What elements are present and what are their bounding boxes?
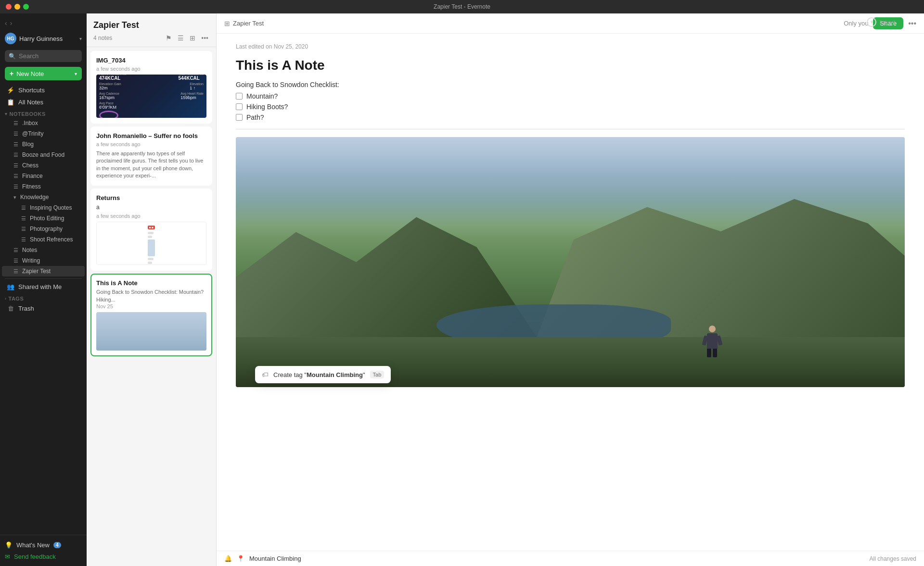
card-thumbnail: [96, 312, 206, 351]
insert-icon: +: [867, 17, 876, 27]
more-options-button[interactable]: •••: [908, 19, 916, 28]
note-card-img7034[interactable]: IMG_7034 a few seconds ago Active Kiloca…: [90, 51, 212, 124]
card-image: Active Kilocalories 474KCAL Total Kiloca…: [96, 75, 206, 118]
notebook-icon: ☰: [13, 131, 18, 137]
more-options-button[interactable]: •••: [200, 33, 209, 43]
notebook-blog[interactable]: ☰ Blog: [2, 139, 85, 150]
notebook-label: Chess: [22, 162, 38, 169]
notebook-icon: ☰: [21, 226, 26, 232]
notebook-zapier-test[interactable]: ☰ Zapier Test: [2, 266, 85, 277]
notebook-label: Knowledge: [20, 194, 49, 201]
notebook-trinity[interactable]: ☰ @Trinity: [2, 128, 85, 139]
search-icon: 🔍: [9, 53, 16, 60]
notebook-finance[interactable]: ☰ Finance: [2, 171, 85, 181]
card-title: IMG_7034: [96, 57, 206, 64]
tag-suggestion-popup[interactable]: 🏷 Create tag "Mountain Climbing" Tab: [255, 366, 391, 383]
note-list-meta: 4 notes ⚑ ☰ ⊞ •••: [93, 33, 209, 43]
whats-new-item[interactable]: 💡 What's New 4: [5, 539, 82, 551]
sort-button[interactable]: ☰: [177, 33, 185, 43]
chevron-right-icon: ▾: [13, 194, 16, 201]
doc-badge: ■ ■: [148, 226, 155, 229]
sidebar-item-shortcuts[interactable]: ⚡ Shortcuts: [2, 84, 85, 96]
send-feedback-item[interactable]: ✉ Send feedback: [5, 551, 82, 562]
notebook-icon: ☰: [13, 141, 18, 148]
sidebar-item-all-notes[interactable]: 📋 All Notes: [2, 96, 85, 108]
notebook-photography[interactable]: ☰ Photography: [2, 224, 85, 234]
notebook-icon: ☰: [21, 237, 26, 243]
notebook-icon: ☰: [13, 258, 18, 264]
tag-input[interactable]: [249, 555, 865, 562]
chevron-right-icon: ›: [5, 296, 7, 301]
grid-view-button[interactable]: ⊞: [189, 33, 196, 43]
doc-line: [148, 232, 154, 234]
insert-area[interactable]: + Insert: [867, 17, 895, 27]
notebook-chess[interactable]: ☰ Chess: [2, 160, 85, 171]
checkbox-boots[interactable]: [236, 103, 243, 110]
checklist-text-path: Path?: [246, 113, 264, 121]
notebook-inspiring-quotes[interactable]: ☰ Inspiring Quotes: [2, 202, 85, 213]
card-time: a few seconds ago: [96, 141, 206, 147]
tag-bar-icon: 🔔: [224, 555, 232, 562]
notebook-shoot-references[interactable]: ☰ Shoot Refrences: [2, 234, 85, 245]
window-title: Zapier Test - Evernote: [434, 3, 490, 10]
sidebar: ‹ › HG Harry Guinness ▾ 🔍 Search + New N…: [0, 13, 87, 566]
note-title[interactable]: This is A Note: [236, 58, 905, 73]
notebook-fitness[interactable]: ☰ Fitness: [2, 181, 85, 192]
editor-content: Last edited on Nov 25, 2020 This is A No…: [217, 34, 924, 551]
notebook-label: Notes: [22, 247, 37, 253]
sidebar-item-trash[interactable]: 🗑 Trash: [2, 302, 85, 314]
chevron-down-icon: ▾: [79, 36, 82, 41]
notebooks-section[interactable]: ▾ Notebooks: [0, 108, 87, 118]
notebook-writing[interactable]: ☰ Writing: [2, 255, 85, 266]
doc-content: ■ ■: [146, 222, 157, 265]
notebook-knowledge[interactable]: ▾ Knowledge: [2, 192, 85, 202]
note-cards-list: IMG_7034 a few seconds ago Active Kiloca…: [87, 47, 216, 566]
note-card-john[interactable]: John Romaniello – Suffer no fools a few …: [90, 126, 212, 186]
feedback-icon: ✉: [5, 553, 10, 560]
notebook-booze-food[interactable]: ☰ Booze and Food: [2, 150, 85, 160]
new-note-button[interactable]: + New Note ▾: [5, 67, 82, 80]
filter-button[interactable]: ⚑: [165, 33, 173, 43]
fitness-stat-elevation: Elevation 1 ↑: [190, 82, 204, 90]
card-title: This is A Note: [96, 279, 206, 287]
note-card-this-is-a-note[interactable]: This is A Note Going Back to Snowdon Che…: [90, 274, 212, 356]
mountain-image-thumb: [96, 312, 206, 351]
nav-back[interactable]: ‹: [5, 19, 7, 27]
whats-new-badge: 4: [53, 542, 61, 548]
fitness-stat-cadence: Avg Cadence 167spm: [99, 92, 119, 100]
notebook-icon: ☰: [13, 184, 18, 190]
sidebar-item-shared[interactable]: 👥 Shared with Me: [2, 281, 85, 293]
minimize-button[interactable]: [14, 4, 20, 10]
divider: [5, 278, 82, 279]
tag-bar: 🔔 📍 All changes saved: [217, 551, 924, 566]
close-button[interactable]: [6, 4, 12, 10]
notebook-notes[interactable]: ☰ Notes: [2, 245, 85, 255]
note-list-title: Zapier Test: [93, 20, 209, 30]
sidebar-bottom: 💡 What's New 4 ✉ Send feedback: [0, 535, 87, 566]
notebooks-label: Notebooks: [10, 111, 46, 117]
checkbox-mountain[interactable]: [236, 93, 243, 100]
fitness-stat-elevation-gain: Elevation Gain 32m: [99, 82, 121, 90]
breadcrumb: ⊞ Zapier Test: [224, 20, 840, 27]
note-card-returns[interactable]: Returns a a few seconds ago ■ ■: [90, 189, 212, 271]
fitness-row-2: Elevation Gain 32m Elevation 1 ↑: [99, 82, 204, 90]
notebook-label: @Trinity: [22, 130, 43, 137]
user-profile[interactable]: HG Harry Guinness ▾: [0, 31, 87, 46]
avatar: HG: [5, 33, 16, 44]
maximize-button[interactable]: [23, 4, 29, 10]
content-divider: [236, 129, 905, 129]
fitness-pace: Avg Pace 6'09"/KM: [99, 101, 204, 118]
breadcrumb-text: Zapier Test: [233, 20, 264, 27]
notebook-inbox[interactable]: ☰ .Inbox: [2, 118, 85, 128]
nav-forward[interactable]: ›: [10, 19, 13, 27]
mountain-scene: [236, 137, 905, 387]
tags-section[interactable]: › Tags: [0, 293, 87, 302]
fitness-stats: Active Kilocalories 474KCAL Total Kiloca…: [96, 75, 206, 118]
shortcuts-label: Shortcuts: [18, 87, 80, 94]
search-box[interactable]: 🔍 Search: [5, 50, 82, 62]
notebook-photo-editing[interactable]: ☰ Photo Editing: [2, 213, 85, 224]
shared-icon: 👥: [7, 283, 14, 290]
notebook-icon: ☰: [13, 173, 18, 179]
notebook-label: Fitness: [22, 183, 41, 190]
checkbox-path[interactable]: [236, 114, 243, 121]
